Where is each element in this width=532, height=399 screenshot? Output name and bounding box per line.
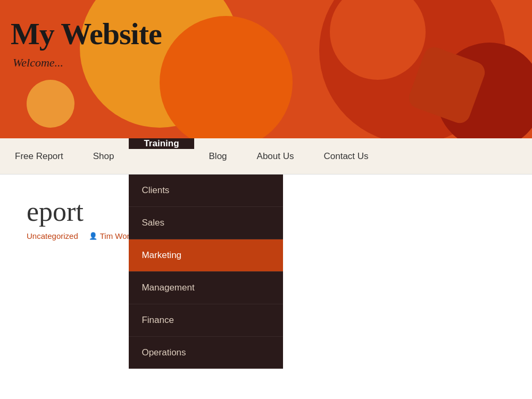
nav-blog[interactable]: Blog: [194, 138, 242, 174]
training-dropdown: Clients Sales Marketing Management Finan…: [129, 174, 283, 369]
post-category: Uncategorized: [27, 231, 78, 240]
category-prefix: Un: [27, 231, 37, 240]
dropdown-clients[interactable]: Clients: [129, 174, 283, 207]
dropdown-finance[interactable]: Finance: [129, 304, 283, 337]
nav-training-wrapper: Training Clients Sales Marketing Managem…: [129, 138, 194, 174]
nav-training[interactable]: Training: [129, 138, 194, 149]
page-title-text: eport: [27, 196, 84, 227]
author-icon: 👤: [89, 232, 97, 240]
nav-shop[interactable]: Shop: [78, 138, 129, 174]
deco-circle-6: [27, 80, 74, 128]
nav-about-us[interactable]: About Us: [242, 138, 309, 174]
site-tagline: Welcome...: [0, 52, 532, 70]
dropdown-operations[interactable]: Operations: [129, 337, 283, 369]
nav-free-report[interactable]: Free Report: [0, 138, 78, 174]
site-header: My Website Welcome...: [0, 0, 532, 138]
site-title: My Website: [0, 0, 532, 52]
dropdown-marketing[interactable]: Marketing: [129, 239, 283, 272]
main-nav: Free Report Shop Training Clients Sales …: [0, 138, 532, 174]
dropdown-sales[interactable]: Sales: [129, 207, 283, 239]
dropdown-management[interactable]: Management: [129, 272, 283, 304]
nav-contact-us[interactable]: Contact Us: [309, 138, 384, 174]
category-text: categorized: [37, 231, 78, 240]
